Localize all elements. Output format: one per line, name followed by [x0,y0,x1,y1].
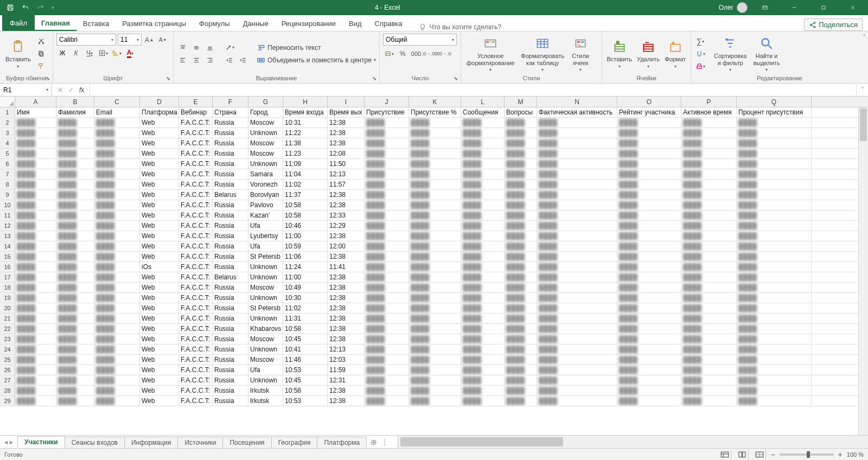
cell[interactable]: F.A.C.C.T: [179,344,213,354]
close-icon[interactable] [841,0,865,15]
cell[interactable]: 12:38 [328,252,365,261]
cell[interactable]: ████ [681,252,737,261]
cell[interactable]: ████ [737,314,812,323]
cell[interactable]: 12:38 [328,396,365,406]
row-header[interactable]: 19 [0,293,15,303]
cell[interactable]: ████ [737,231,812,241]
cell[interactable]: Moscow [248,283,283,292]
align-middle-icon[interactable] [190,42,202,53]
cell[interactable]: ████ [15,190,56,200]
cell[interactable]: ████ [365,396,409,406]
cell[interactable]: F.A.C.C.T: [179,231,213,241]
cell[interactable]: Web [140,375,179,385]
formula-input[interactable] [90,84,856,96]
cell[interactable]: ████ [15,180,56,189]
cell[interactable]: Russia [213,231,248,241]
cell[interactable]: Russia [213,241,248,251]
cell[interactable]: ████ [15,365,56,375]
cell[interactable]: ████ [737,252,812,261]
cell[interactable]: ████ [537,241,617,251]
cell[interactable]: ████ [537,118,617,127]
cell[interactable]: F.A.C.C.T: [179,314,213,323]
cell[interactable]: ████ [56,272,94,282]
sheet-tab[interactable]: Сеансы входов [65,437,125,448]
cell[interactable]: ████ [505,365,537,375]
cell[interactable]: Web [140,118,179,127]
cell[interactable]: ████ [537,159,617,169]
cell[interactable]: ████ [94,149,140,158]
cell[interactable]: Ufa [248,365,283,375]
cell[interactable]: ████ [461,221,505,231]
cell[interactable]: ████ [617,303,681,313]
cell[interactable]: 12:29 [328,221,365,231]
cell[interactable]: ████ [15,386,56,395]
percent-format-icon[interactable]: % [397,48,409,59]
cell[interactable]: ████ [409,324,461,334]
cell[interactable]: ████ [461,314,505,323]
cell[interactable]: ████ [15,262,56,272]
redo-icon[interactable] [34,1,48,14]
cell[interactable]: ████ [56,231,94,241]
cell[interactable]: ████ [505,262,537,272]
column-header[interactable]: Q [737,97,812,107]
cell[interactable]: F.A.C.C.T: [179,272,213,282]
cell[interactable]: ████ [505,386,537,395]
cell[interactable]: Ufa [248,241,283,251]
cell[interactable]: ████ [15,128,56,138]
cell[interactable]: ████ [737,355,812,365]
cell[interactable]: ████ [505,252,537,261]
cell[interactable]: 12:00 [328,241,365,251]
ribbon-tab[interactable]: Формулы [193,16,237,31]
cell[interactable]: Web [140,128,179,138]
cell[interactable]: F.A.C.C.T: [179,200,213,210]
cell[interactable]: ████ [56,283,94,292]
cell[interactable]: ████ [409,334,461,344]
row-header[interactable]: 2 [0,118,15,127]
column-header[interactable]: G [248,97,283,107]
cell[interactable]: ████ [94,210,140,220]
cell[interactable]: Samara [248,169,283,179]
cell[interactable]: ████ [94,128,140,138]
cell[interactable]: ████ [537,303,617,313]
cell[interactable]: Web [140,149,179,158]
cell[interactable]: ████ [461,252,505,261]
sheet-nav-next-icon[interactable]: ▸ [10,438,13,446]
cell[interactable]: Russia [213,344,248,354]
cell[interactable]: 11:23 [283,149,328,158]
cell[interactable]: ████ [461,355,505,365]
cell[interactable]: F.A.C.C.T: [179,365,213,375]
align-left-icon[interactable] [177,55,189,66]
cell[interactable]: ████ [409,118,461,127]
cell[interactable]: ████ [94,190,140,200]
cell[interactable]: 12:38 [328,334,365,344]
cell[interactable]: 10:58 [283,386,328,395]
cell[interactable]: ████ [461,262,505,272]
cell[interactable]: ████ [56,334,94,344]
row-header[interactable]: 3 [0,128,15,138]
cell[interactable]: ████ [365,221,409,231]
cell[interactable]: ████ [461,396,505,406]
cell[interactable]: ████ [681,128,737,138]
header-cell[interactable]: Вопросы [505,107,537,117]
cell[interactable]: ████ [94,365,140,375]
cell[interactable]: Russia [213,303,248,313]
cell[interactable]: F.A.C.C.T: [179,303,213,313]
cell[interactable]: ████ [505,334,537,344]
cell[interactable]: 10:45 [283,334,328,344]
cell[interactable]: ████ [409,210,461,220]
row-header[interactable]: 11 [0,210,15,220]
cell[interactable]: ████ [94,221,140,231]
cell[interactable]: ████ [617,159,681,169]
cell[interactable]: ████ [537,180,617,189]
cell[interactable]: ████ [409,200,461,210]
cell[interactable]: ████ [505,303,537,313]
cell[interactable]: F.A.C.C.T: [179,252,213,261]
cell[interactable]: ████ [617,272,681,282]
cell[interactable]: 11:41 [328,262,365,272]
cell[interactable]: 12:38 [328,386,365,395]
cell[interactable]: ████ [681,180,737,189]
cell[interactable]: 10:59 [283,241,328,251]
normal-view-icon[interactable] [718,450,731,459]
cell[interactable]: ████ [94,334,140,344]
cell[interactable]: F.A.C.C.T: [179,375,213,385]
